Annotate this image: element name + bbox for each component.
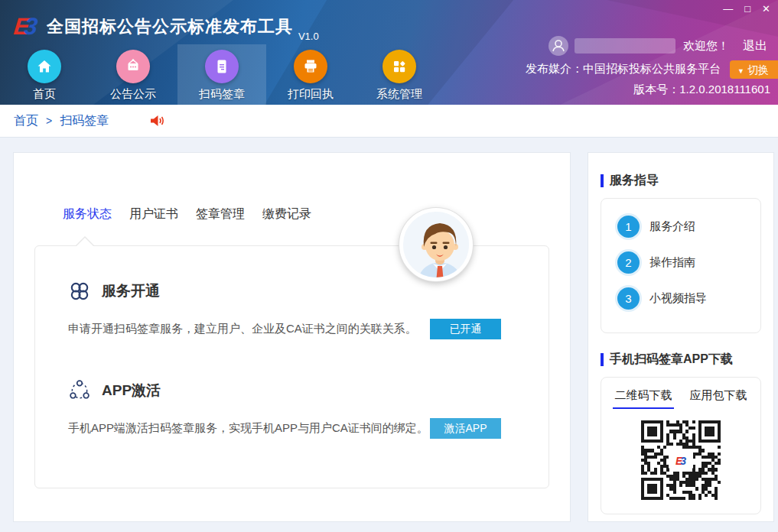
breadcrumb-separator: > [46,115,52,127]
guide-item-video-guide[interactable]: 3 小视频指导 [617,287,760,310]
guide-label: 服务介绍 [649,219,695,234]
header: — □ ✕ E 3 全国招标公告公示标准发布工具 V1.0 首页 [0,0,778,105]
tab-seal-management[interactable]: 签章管理 [196,206,245,222]
service-status-panel: 服务开通 申请开通扫码签章服务，建立用户、企业及CA证书之间的关联关系。 已开通 [34,245,549,488]
guide-label: 操作指南 [649,255,695,270]
printer-icon [294,50,327,83]
section-description: 申请开通扫码签章服务，建立用户、企业及CA证书之间的关联关系。 [68,322,417,336]
document-icon [205,50,239,83]
activate-app-button[interactable]: 激活APP [430,418,501,439]
step-3-badge: 3 [617,287,640,310]
caret-down-icon: ▼ [737,67,744,75]
app-logo: E 3 [12,14,39,40]
version-text: 版本号：1.2.0.2018111601 [526,83,778,97]
opened-button[interactable]: 已开通 [430,319,501,339]
main-nav: 首页 公告公示 [0,44,444,105]
media-label: 发布媒介： [526,62,583,76]
media-value: 中国招标投标公共服务平台 [583,62,721,76]
nav-label: 扫码签章 [199,87,245,102]
guide-title: 服务指导 [610,173,659,189]
window-controls: — □ ✕ [723,3,770,15]
user-row: 欢迎您！ 退出 [526,35,778,57]
tab-service-status[interactable]: 服务状态 [63,206,112,222]
tab-underline [613,407,674,409]
download-header: 手机扫码签章APP下载 [601,352,761,368]
tab-package-download[interactable]: 应用包下载 [681,388,756,409]
step-2-badge: 2 [617,251,640,274]
nav-label: 系统管理 [376,87,422,102]
download-title: 手机扫码签章APP下载 [610,352,733,368]
nav-item-announcements[interactable]: 公告公示 [89,44,177,105]
guide-item-operation-guide[interactable]: 2 操作指南 [617,251,760,274]
tab-underline [688,407,749,409]
speaker-icon[interactable] [148,112,165,129]
guide-box: 1 服务介绍 2 操作指南 3 小视频指导 [601,198,761,333]
welcome-text: 欢迎您！ [683,39,729,54]
nav-item-system-admin[interactable]: 系统管理 [355,44,444,105]
tab-qr-download[interactable]: 二维码下载 [606,388,681,409]
maximize-button[interactable]: □ [744,3,750,15]
download-tabs: 二维码下载 应用包下载 [606,388,756,409]
close-button[interactable]: ✕ [762,3,770,15]
logout-button[interactable]: 退出 [743,38,767,54]
breadcrumb-current: 扫码签章 [60,113,109,129]
service-clover-icon [68,280,91,303]
nav-item-scan-sign[interactable]: 扫码签章 [177,44,266,105]
media-row: 发布媒介： 中国招标投标公共服务平台 ▼切换 [526,59,778,79]
nav-item-home[interactable]: 首页 [0,44,89,105]
avatar [399,208,473,281]
content: 服务状态 用户证书 签章管理 缴费记录 [0,138,778,522]
header-right: 欢迎您！ 退出 发布媒介： 中国招标投标公共服务平台 ▼切换 版本号：1.2.0… [526,35,778,97]
nav-item-print-receipt[interactable]: 打印回执 [266,44,355,105]
username-redacted [575,38,675,54]
guide-item-service-intro[interactable]: 1 服务介绍 [617,216,760,238]
nav-label: 公告公示 [110,87,156,102]
app-activate-icon [68,379,91,402]
logo-3: 3 [23,14,39,40]
accent-bar [601,174,604,187]
side-panel: 服务指导 1 服务介绍 2 操作指南 3 小视频指导 手机扫码签章APP下载 [588,152,774,522]
section-title: APP激活 [102,381,161,401]
app-title: 全国招标公告公示标准发布工具 [47,15,293,38]
section-service-open: 服务开通 申请开通扫码签章服务，建立用户、企业及CA证书之间的关联关系。 已开通 [35,246,549,339]
minimize-button[interactable]: — [723,3,733,15]
qr-logo: E 3 [669,453,693,469]
announcement-icon [116,50,150,83]
nav-label: 首页 [33,87,56,102]
guide-header: 服务指导 [601,173,761,189]
section-title: 服务开通 [102,281,160,301]
user-avatar-icon [549,36,568,56]
service-tabs: 服务状态 用户证书 签章管理 缴费记录 [63,206,570,222]
tab-user-certificate[interactable]: 用户证书 [129,206,178,222]
guide-label: 小视频指导 [649,291,707,306]
step-1-badge: 1 [617,216,640,238]
section-app-activate: APP激活 手机APP端激活扫码签章服务，实现手机APP与用户CA证书间的绑定。… [35,339,549,439]
qr-code: E 3 [641,420,721,500]
accent-bar [601,353,604,366]
breadcrumb: 首页 > 扫码签章 [0,105,778,138]
section-description: 手机APP端激活扫码签章服务，实现手机APP与用户CA证书间的绑定。 [68,421,428,436]
app-window: — □ ✕ E 3 全国招标公告公示标准发布工具 V1.0 首页 [0,0,778,532]
nav-label: 打印回执 [288,87,334,102]
app-version-tag: V1.0 [298,31,319,44]
switch-media-button[interactable]: ▼切换 [730,60,778,79]
tab-payment-records[interactable]: 缴费记录 [262,206,311,222]
breadcrumb-home-link[interactable]: 首页 [14,113,38,129]
main-panel: 服务状态 用户证书 签章管理 缴费记录 [13,152,571,522]
download-box: 二维码下载 应用包下载 E 3 [601,377,761,514]
modules-icon [382,50,416,83]
home-icon [28,50,61,83]
